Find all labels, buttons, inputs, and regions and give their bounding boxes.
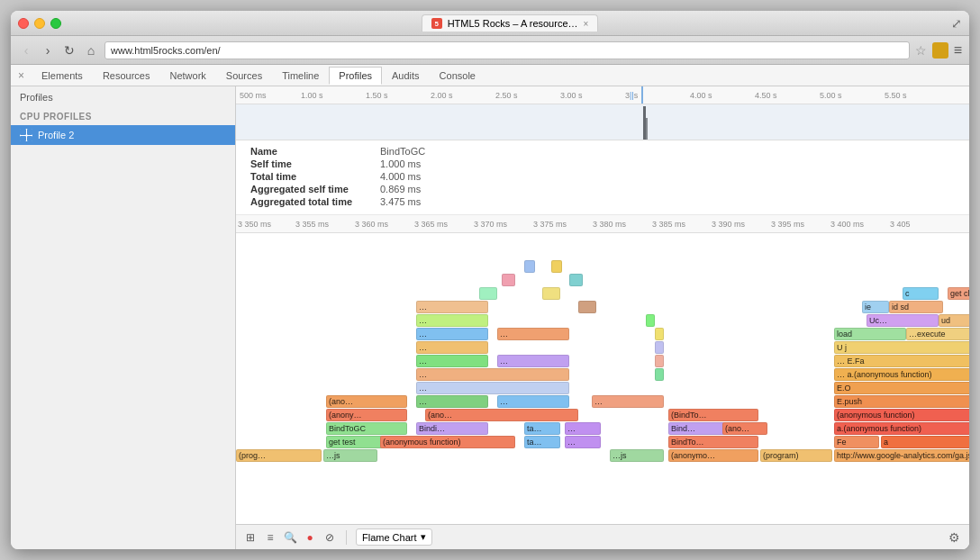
- extension-icon[interactable]: [932, 42, 948, 59]
- flame-bar-fb31[interactable]: … a.(anonymous function): [834, 368, 969, 381]
- flame-bar-fb5[interactable]: (program): [760, 449, 832, 462]
- flame-bar-fb58[interactable]: …: [416, 328, 488, 340]
- flame-bar-fb22[interactable]: (anony…: [326, 409, 407, 421]
- tab-profiles[interactable]: Profiles: [329, 67, 382, 85]
- close-button[interactable]: [18, 18, 29, 29]
- tab-bar: 5 HTML5 Rocks – A resource… ×: [68, 14, 951, 32]
- flame-bar-fb69[interactable]: [655, 368, 664, 381]
- flame-bar-fb15[interactable]: BindToGC: [326, 422, 407, 435]
- flame-bar-fb12[interactable]: BindTo…: [668, 436, 758, 448]
- sidebar-item-profile2[interactable]: Profile 2: [11, 125, 235, 145]
- flame-bar-fb4[interactable]: (anonymo…: [668, 449, 758, 462]
- flame-bar-fb65[interactable]: [569, 274, 583, 286]
- detail-row-totaltime: Total time 4.000 ms: [250, 171, 955, 182]
- address-input[interactable]: [104, 41, 910, 59]
- tab-console[interactable]: Console: [430, 67, 485, 85]
- flame-bar-fb21[interactable]: a.(anonymous function): [834, 422, 969, 435]
- flame-bar-fb9[interactable]: (anonymous function): [380, 436, 515, 448]
- flame-bar-fb42[interactable]: ie: [862, 301, 889, 313]
- detail-row-aggself: Aggregated self time 0.869 ms: [250, 184, 955, 194]
- sidebar-section-label: CPU PROFILES: [11, 108, 235, 125]
- tab-resources[interactable]: Resources: [93, 67, 160, 85]
- flame-bar-fb24[interactable]: (BindTo…: [668, 409, 758, 421]
- flame-bar-fb2[interactable]: …js: [323, 449, 377, 462]
- flame-bar-fb62[interactable]: [578, 301, 596, 313]
- stop-icon[interactable]: ⊘: [322, 530, 337, 545]
- flame-bar-fb60[interactable]: …: [416, 314, 488, 327]
- flame-bar-fb72[interactable]: [655, 328, 664, 340]
- flame-bar-fb11[interactable]: …: [565, 436, 601, 448]
- flame-bar-fb29[interactable]: E.push: [834, 395, 969, 408]
- browser-tab[interactable]: 5 HTML5 Rocks – A resource… ×: [422, 14, 599, 32]
- flame-bar-fb54[interactable]: …: [416, 368, 569, 381]
- panel-icon[interactable]: ⊞: [243, 530, 258, 545]
- flame-bar-fb68[interactable]: [551, 260, 562, 273]
- flame-bar-fb53[interactable]: …: [416, 382, 569, 394]
- sidebar-header: Profiles: [11, 86, 235, 108]
- flame-bar-fb30[interactable]: E.O: [834, 382, 969, 394]
- maximize-button[interactable]: [50, 18, 61, 29]
- flame-bar-fb3[interactable]: …js: [610, 449, 664, 462]
- tab-network[interactable]: Network: [159, 67, 215, 85]
- flame-bar-fb61[interactable]: …: [416, 301, 488, 313]
- home-button[interactable]: ⌂: [83, 42, 99, 59]
- flame-bar-fb32[interactable]: … E.Fa: [834, 355, 969, 367]
- flame-bar-fb59[interactable]: …: [497, 328, 569, 340]
- flame-bar-fb57[interactable]: …: [416, 341, 488, 354]
- flame-bar-fb26[interactable]: (ano…: [326, 395, 407, 408]
- flame-bar-fb56[interactable]: …: [497, 355, 569, 367]
- tab-sources[interactable]: Sources: [216, 67, 272, 85]
- flame-bar-fb64[interactable]: [542, 287, 560, 300]
- record-icon[interactable]: ●: [303, 530, 317, 545]
- flame-bar-fb70[interactable]: [655, 355, 664, 367]
- flame-bar-fb34[interactable]: load: [834, 328, 906, 340]
- ruler-tick-8: 4.50 s: [755, 91, 777, 100]
- flame-bar-fb33[interactable]: U j: [834, 341, 969, 354]
- tab-audits[interactable]: Audits: [382, 67, 430, 85]
- flame-bar-fb71[interactable]: [655, 341, 664, 354]
- tab-timeline[interactable]: Timeline: [272, 67, 329, 85]
- flame-bar-fb46[interactable]: c: [903, 287, 939, 300]
- forward-button[interactable]: ›: [40, 42, 56, 59]
- flame-bar-fb28[interactable]: …: [497, 395, 569, 408]
- expand-icon[interactable]: ⤢: [951, 16, 962, 31]
- flame-bar-fb6[interactable]: http://www.google-analytics.com/ga.js: [834, 449, 969, 462]
- flame-bar-fb16[interactable]: Bindi…: [416, 422, 488, 435]
- flame-bar-fb23[interactable]: (ano…: [425, 409, 578, 421]
- call-stack-icon[interactable]: ≡: [263, 530, 277, 545]
- flame-bar-fb20[interactable]: (ano…: [722, 422, 767, 435]
- flame-bar-fb1[interactable]: (prog…: [236, 449, 322, 462]
- flame-chart-selector[interactable]: Flame Chart ▾: [356, 528, 432, 546]
- tab-elements[interactable]: Elements: [32, 67, 93, 85]
- tab-favicon: 5: [431, 18, 442, 29]
- flame-bar-fb66[interactable]: [502, 274, 515, 286]
- flame-bar-fb52[interactable]: …: [592, 395, 664, 408]
- flame-bar-fb27[interactable]: …: [416, 395, 488, 408]
- settings-icon[interactable]: ⚙: [946, 529, 962, 546]
- refresh-button[interactable]: ↻: [61, 42, 77, 59]
- flame-bar-fb35[interactable]: …execute: [906, 328, 969, 340]
- flame-bar-fb43[interactable]: id sd: [889, 301, 943, 313]
- back-button[interactable]: ‹: [18, 42, 34, 59]
- flame-bar-fb38[interactable]: ud: [939, 314, 969, 327]
- flame-bar-fb10[interactable]: ta…: [524, 436, 560, 448]
- flame-bar-fb47[interactable]: get cli…: [948, 287, 969, 300]
- minimize-button[interactable]: [34, 18, 45, 29]
- flame-bar-fb73[interactable]: [646, 314, 655, 327]
- menu-icon[interactable]: ≡: [954, 42, 962, 59]
- search-icon[interactable]: 🔍: [283, 530, 297, 545]
- flame-bar-fb67[interactable]: [524, 260, 535, 273]
- flame-bar-fb25[interactable]: (anonymous function): [834, 409, 969, 421]
- flame-bar-fb18[interactable]: …: [565, 422, 601, 435]
- flame-bar-fb14[interactable]: a: [881, 436, 969, 448]
- profile-label: Profile 2: [38, 130, 74, 140]
- flame-bar-fb37[interactable]: Uc…: [867, 314, 939, 327]
- flame-bar-fb17[interactable]: ta…: [524, 422, 560, 435]
- tab-close-button[interactable]: ×: [584, 19, 589, 29]
- flame-bar-fb63[interactable]: [479, 287, 497, 300]
- devtools-close[interactable]: ×: [18, 69, 24, 82]
- flame-bar-fb13[interactable]: Fe: [834, 436, 879, 448]
- detail-row-aggtotal: Aggregated total time 3.475 ms: [250, 196, 955, 207]
- bookmark-star[interactable]: ☆: [915, 43, 927, 58]
- flame-bar-fb55[interactable]: …: [416, 355, 488, 367]
